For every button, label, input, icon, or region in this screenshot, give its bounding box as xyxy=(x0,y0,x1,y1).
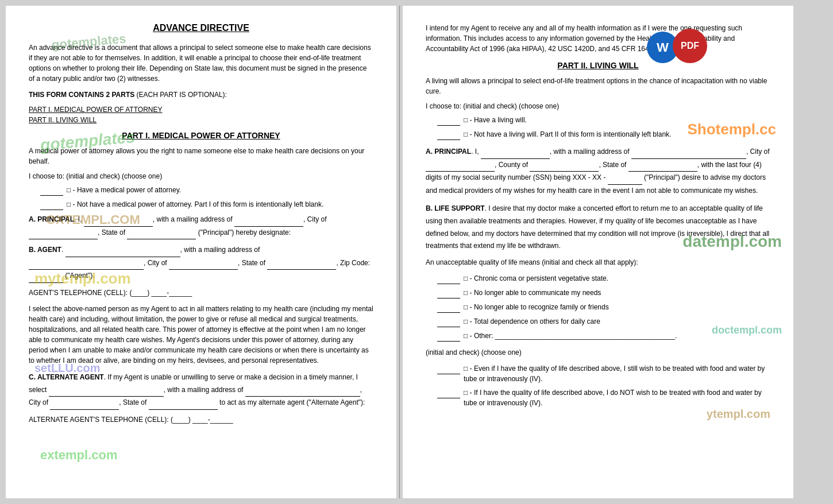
contains-suffix: (EACH PART IS OPTIONAL): xyxy=(134,91,227,99)
blank1 xyxy=(40,185,63,196)
principal-name-blank[interactable] xyxy=(84,214,153,227)
blank7 xyxy=(437,302,460,313)
cb-chronic: □ - Chronic coma or persistent vegetativ… xyxy=(426,273,770,284)
page-2: W PDF Shotempl.cc datempl.com doctempl.c… xyxy=(403,6,793,498)
page-title: ADVANCE DIRECTIVE xyxy=(29,23,373,33)
principal-state-blank[interactable] xyxy=(127,227,196,240)
p2-county-blank[interactable] xyxy=(530,159,599,172)
cb-chronic-text: □ - Chronic coma or persistent vegetativ… xyxy=(464,273,608,284)
part2-desc: A living will allows a principal to sele… xyxy=(426,76,770,96)
cb-recognize-text: □ - No longer able to recognize family o… xyxy=(464,302,609,312)
cb-dependence: □ - Total dependence on others for daily… xyxy=(426,316,770,327)
choose2-line: (initial and check) (choose one) xyxy=(426,347,770,358)
checkbox-have-poa: □ - Have a medical power of attorney. xyxy=(29,185,373,196)
p2-principal-label: A. PRINCIPAL xyxy=(426,148,471,156)
alt-agent-state-blank[interactable] xyxy=(149,397,218,410)
alt-agent-field: C. ALTERNATE AGENT. If my Agent is unabl… xyxy=(29,371,373,410)
toc-part1[interactable]: PART I. MEDICAL POWER OF ATTORNEY xyxy=(29,106,373,114)
part1-desc: A medical power of attorney allows you t… xyxy=(29,146,373,166)
contains-line: THIS FORM CONTAINS 2 PARTS (EACH PART IS… xyxy=(29,90,373,100)
agent-city-blank[interactable] xyxy=(169,257,238,270)
alt-agent-tel: ALTERNATE AGENT'S TELEPHONE (CELL): (___… xyxy=(29,416,373,424)
cb-dependence-text: □ - Total dependence on others for daily… xyxy=(464,316,600,327)
cb-other-text: □ - Other: _____________________________… xyxy=(464,331,677,341)
blank6 xyxy=(437,288,460,298)
p2-principal-name-blank[interactable] xyxy=(481,146,550,159)
p2-ssn-blank[interactable] xyxy=(608,172,642,185)
power-para: I select the above-named person as my Ag… xyxy=(29,304,373,366)
cb-do-not-text: □ - If I have the quality of life descri… xyxy=(464,387,770,408)
blank5 xyxy=(437,273,460,284)
cb-other: □ - Other: _____________________________… xyxy=(426,331,770,342)
page-1: gotemplates gotemplates OXTEMPL.COM myte… xyxy=(6,6,396,498)
intro-paragraph: An advance directive is a document that … xyxy=(29,42,373,84)
life-support-label: B. LIFE SUPPORT xyxy=(426,204,485,212)
cb-even-if-yes: □ - Even if I have the quality of life d… xyxy=(426,363,770,384)
blank11 xyxy=(437,387,460,398)
agent-field: B. AGENT. , with a mailing address of , … xyxy=(29,244,373,283)
alt-agent-name-blank[interactable] xyxy=(49,384,164,397)
cb-communicate-text: □ - No longer able to communicate my nee… xyxy=(464,288,601,298)
checkbox-not-poa: □ - Not have a medical power of attorney… xyxy=(29,199,373,210)
checkbox-have-lw: □ - Have a living will. xyxy=(426,115,770,126)
contains-label: THIS FORM CONTAINS 2 PARTS xyxy=(29,91,134,99)
principal-city-blank[interactable] xyxy=(29,227,98,240)
wm-extempl: extempl.com xyxy=(40,448,118,463)
page-divider xyxy=(399,6,400,498)
unacceptable-text: An unacceptable quality of life means (i… xyxy=(426,257,770,267)
blank4 xyxy=(437,129,460,140)
agent-zip-blank[interactable] xyxy=(29,270,63,283)
p2-state-blank[interactable] xyxy=(628,159,697,172)
document-container: gotemplates gotemplates OXTEMPL.COM myte… xyxy=(6,6,827,498)
choose-line-p2: I choose to: (initial and check) (choose… xyxy=(426,102,770,110)
blank3 xyxy=(437,115,460,126)
cb2-text: □ - Not have a medical power of attorney… xyxy=(67,199,323,210)
agent-address-blank[interactable] xyxy=(29,257,144,270)
cb-recognize: □ - No longer able to recognize family o… xyxy=(426,302,770,313)
life-support-field: B. LIFE SUPPORT. I desire that my doctor… xyxy=(426,203,770,252)
blank2 xyxy=(40,199,63,210)
alt-agent-label: C. ALTERNATE AGENT xyxy=(29,373,104,381)
part2-heading: PART II. LIVING WILL xyxy=(426,61,770,70)
alt-agent-address-blank[interactable] xyxy=(245,384,360,397)
checkbox-not-lw: □ - Not have a living will. Part II of t… xyxy=(426,129,770,140)
cb1-text: □ - Have a medical power of attorney. xyxy=(67,185,181,195)
blank8 xyxy=(437,316,460,327)
choose-line-p1: I choose to: (initial and check) (choose… xyxy=(29,172,373,180)
cb2-lw-text: □ - Not have a living will. Part II of t… xyxy=(464,129,671,139)
principal-address-blank[interactable] xyxy=(234,214,303,227)
wm-ytempl: ytempl.com xyxy=(707,408,770,421)
alt-agent-city-blank[interactable] xyxy=(50,397,119,410)
cb1-lw-text: □ - Have a living will. xyxy=(464,115,527,125)
agent-name-blank[interactable] xyxy=(65,244,180,257)
principal-field: A. PRINCIPAL. I, , with a mailing addres… xyxy=(29,214,373,239)
p2-city-blank[interactable] xyxy=(426,159,495,172)
blank9 xyxy=(437,331,460,342)
cb-communicate: □ - No longer able to communicate my nee… xyxy=(426,288,770,298)
p2-principal-field: A. PRINCIPAL. I, , with a mailing addres… xyxy=(426,146,770,197)
cb-even-if-yes-text: □ - Even if I have the quality of life d… xyxy=(464,363,770,384)
p2-address-blank[interactable] xyxy=(631,146,746,159)
agent-tel: AGENT'S TELEPHONE (CELL): (____) ____-__… xyxy=(29,289,373,297)
agent-label: B. AGENT xyxy=(29,246,61,254)
p2-principal-text: . I, , with a mailing address of , City … xyxy=(426,148,770,195)
principal-label: A. PRINCIPAL xyxy=(29,215,74,223)
toc-part2[interactable]: PART II. LIVING WILL xyxy=(29,116,373,124)
page2-intro: I intend for my Agent to receive any and… xyxy=(426,23,770,54)
part1-heading: PART I. MEDICAL POWER OF ATTORNEY xyxy=(29,131,373,140)
agent-state-blank[interactable] xyxy=(267,257,336,270)
agent-text: . , with a mailing address of , City of … xyxy=(29,246,370,280)
blank10 xyxy=(437,363,460,374)
cb-do-not: □ - If I have the quality of life descri… xyxy=(426,387,770,408)
